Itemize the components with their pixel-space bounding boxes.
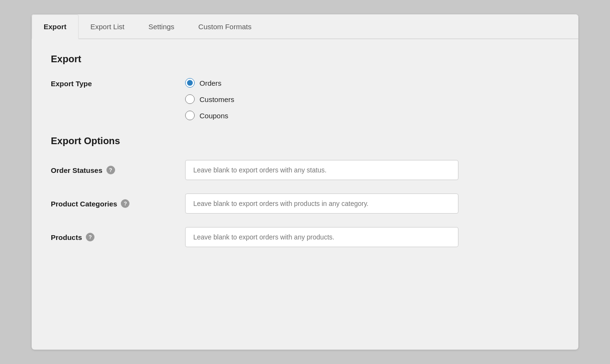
main-panel: Export Export List Settings Custom Forma… bbox=[32, 14, 578, 350]
order-statuses-input[interactable] bbox=[185, 160, 458, 180]
order-statuses-label: Order Statuses ? bbox=[51, 166, 185, 174]
product-categories-label: Product Categories ? bbox=[51, 199, 185, 208]
products-help-icon[interactable]: ? bbox=[86, 233, 94, 241]
export-type-field: Orders Customers Coupons bbox=[185, 78, 559, 120]
product-categories-label-text: Product Categories bbox=[51, 200, 117, 208]
products-label: Products ? bbox=[51, 233, 185, 241]
order-statuses-help-icon[interactable]: ? bbox=[106, 166, 115, 174]
radio-customers[interactable] bbox=[185, 94, 195, 104]
content-area: Export Export Type Orders Customers Coup… bbox=[32, 39, 578, 275]
section-export-options-title: Export Options bbox=[51, 136, 559, 147]
export-type-label: Export Type bbox=[51, 78, 185, 88]
order-statuses-label-text: Order Statuses bbox=[51, 166, 103, 174]
radio-option-customers[interactable]: Customers bbox=[185, 94, 559, 104]
products-input[interactable] bbox=[185, 227, 458, 247]
order-statuses-row: Order Statuses ? bbox=[51, 160, 559, 180]
radio-option-coupons[interactable]: Coupons bbox=[185, 111, 559, 120]
radio-option-orders[interactable]: Orders bbox=[185, 78, 559, 88]
products-row: Products ? bbox=[51, 227, 559, 247]
tab-settings[interactable]: Settings bbox=[136, 14, 186, 39]
tab-export-list[interactable]: Export List bbox=[79, 14, 137, 39]
section-export-title: Export bbox=[51, 54, 559, 65]
products-label-text: Products bbox=[51, 233, 82, 241]
tab-custom-formats[interactable]: Custom Formats bbox=[187, 14, 264, 39]
product-categories-row: Product Categories ? bbox=[51, 193, 559, 214]
product-categories-help-icon[interactable]: ? bbox=[121, 199, 129, 208]
tabs-bar: Export Export List Settings Custom Forma… bbox=[32, 14, 578, 39]
product-categories-input[interactable] bbox=[185, 193, 458, 214]
tab-export[interactable]: Export bbox=[32, 14, 79, 39]
radio-orders-label: Orders bbox=[199, 79, 222, 87]
radio-coupons[interactable] bbox=[185, 111, 195, 120]
export-type-row: Export Type Orders Customers Coupons bbox=[51, 78, 559, 120]
export-type-radio-group: Orders Customers Coupons bbox=[185, 78, 559, 120]
radio-coupons-label: Coupons bbox=[199, 112, 228, 120]
radio-orders[interactable] bbox=[185, 78, 195, 88]
radio-customers-label: Customers bbox=[199, 95, 235, 103]
